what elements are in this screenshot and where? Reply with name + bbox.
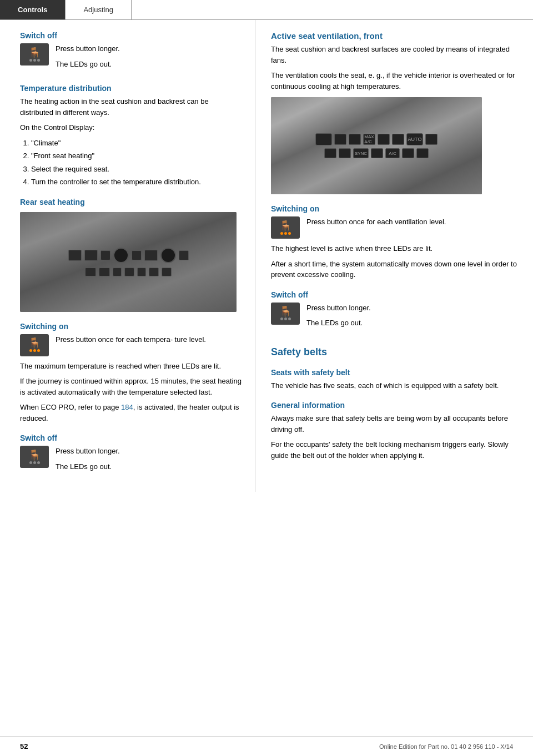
led-1b bbox=[33, 59, 36, 62]
led-dots-3 bbox=[29, 461, 40, 464]
switch-off-right-p2: The LEDs go out. bbox=[306, 317, 520, 329]
seat-symbol-2: 🪑 bbox=[28, 338, 41, 348]
list-item-4: Turn the controller to set the temperatu… bbox=[31, 177, 242, 188]
led-2b bbox=[33, 349, 36, 352]
seats-with-belt-heading: Seats with safety belt bbox=[271, 368, 520, 377]
left-column: Switch off 🪑 Press button longer. The LE… bbox=[0, 20, 255, 492]
switching-on-p1-right: Press button once for each ventilation l… bbox=[306, 216, 520, 228]
seat-vent-icon-2: 🪑 bbox=[271, 303, 300, 325]
led-4c bbox=[288, 232, 291, 235]
switching-on-p1-left: Press button once for each tempera- ture… bbox=[56, 334, 242, 345]
switching-on-heading-right: Switching on bbox=[271, 204, 520, 213]
seat-heat-icon-1: 🪑 bbox=[20, 43, 49, 65]
switching-on-row-right: 🪑 Press button once for each ventilation… bbox=[271, 216, 520, 239]
led-dots-4 bbox=[280, 232, 291, 235]
tab-adjusting[interactable]: Adjusting bbox=[66, 0, 131, 19]
switch-off2-p2: The LEDs go out. bbox=[56, 461, 242, 472]
temp-dist-heading: Temperature distribution bbox=[20, 84, 242, 93]
led-5a bbox=[280, 317, 283, 320]
seat-symbol-4: 🪑 bbox=[279, 221, 291, 231]
switching-on-content-left: Press button once for each tempera- ture… bbox=[56, 334, 242, 350]
switch-off-p2: The LEDs go out. bbox=[56, 59, 242, 70]
switch-off-content-1: Press button longer. The LEDs go out. bbox=[56, 43, 242, 74]
led-2a bbox=[29, 349, 32, 352]
tab-adjusting-label: Adjusting bbox=[83, 6, 113, 14]
switch-off-row-right: 🪑 Press button longer. The LEDs go out. bbox=[271, 303, 520, 333]
switching-on-p2-left: The maximum temperature is reached when … bbox=[20, 361, 242, 372]
seat-symbol-3: 🪑 bbox=[28, 450, 41, 460]
led-dots-2 bbox=[29, 349, 40, 352]
general-info-p2: For the occupants' safety the belt locki… bbox=[271, 439, 520, 461]
active-vent-image: MAXA/C AUTO SYNC A/C bbox=[271, 97, 482, 194]
led-1a bbox=[29, 59, 32, 62]
page-link-184[interactable]: 184 bbox=[121, 403, 133, 411]
general-info-p1: Always make sure that safety belts are b… bbox=[271, 413, 520, 435]
tab-controls[interactable]: Controls bbox=[0, 0, 66, 19]
edition-text: Online Edition for Part no. 01 40 2 956 … bbox=[379, 743, 513, 750]
led-dots-1 bbox=[29, 59, 40, 62]
active-vent-p2: The ventilation cools the seat, e. g., i… bbox=[271, 70, 520, 92]
led-dots-5 bbox=[280, 317, 291, 320]
switching-on-content-right: Press button once for each ventilation l… bbox=[306, 216, 520, 232]
list-item-2: "Front seat heating" bbox=[31, 150, 242, 162]
switching-on-p4-left: When ECO PRO, refer to page 184, is acti… bbox=[20, 402, 242, 424]
active-vent-heading: Active seat ventilation, front bbox=[271, 31, 520, 41]
list-item-1: "Climate" bbox=[31, 138, 242, 149]
seats-with-belt-p: The vehicle has five seats, each of whic… bbox=[271, 380, 520, 391]
footer: 52 Online Edition for Part no. 01 40 2 9… bbox=[0, 736, 533, 756]
switching-on-p3-right: After a short time, the system automatic… bbox=[271, 259, 520, 280]
led-5c bbox=[288, 317, 291, 320]
led-1c bbox=[37, 59, 40, 62]
main-content: Switch off 🪑 Press button longer. The LE… bbox=[0, 20, 533, 492]
switch-off-row-1: 🪑 Press button longer. The LEDs go out. bbox=[20, 43, 242, 74]
general-info-heading: General information bbox=[271, 401, 520, 410]
led-4b bbox=[284, 232, 287, 235]
switch-off-content-2: Press button longer. The LEDs go out. bbox=[56, 446, 242, 476]
temp-dist-list: "Climate" "Front seat heating" Select th… bbox=[31, 138, 242, 188]
switch-off-right-p1: Press button longer. bbox=[306, 303, 520, 314]
seat-vent-icon-1: 🪑 bbox=[271, 216, 300, 239]
switch-off-content-right: Press button longer. The LEDs go out. bbox=[306, 303, 520, 333]
switching-on-row-left: 🪑 Press button once for each tempera- tu… bbox=[20, 334, 242, 356]
led-2c bbox=[37, 349, 40, 352]
seat-symbol-5: 🪑 bbox=[279, 306, 291, 316]
led-5b bbox=[284, 317, 287, 320]
led-3a bbox=[29, 461, 32, 464]
switch-off-heading-1: Switch off bbox=[20, 31, 242, 40]
right-column: Active seat ventilation, front The seat … bbox=[255, 20, 533, 492]
led-4a bbox=[280, 232, 283, 235]
temp-dist-p2: On the Control Display: bbox=[20, 122, 242, 133]
active-vent-p1: The seat cushion and backrest surfaces a… bbox=[271, 44, 520, 65]
switching-on-p3-left: If the journey is continued within appro… bbox=[20, 376, 242, 397]
page-number: 52 bbox=[20, 742, 28, 750]
safety-belts-heading: Safety belts bbox=[271, 346, 520, 358]
list-item-3: Select the required seat. bbox=[31, 164, 242, 175]
seat-symbol-1: 🪑 bbox=[28, 48, 41, 58]
switching-on-heading-left: Switching on bbox=[20, 322, 242, 331]
rear-seat-heading: Rear seat heating bbox=[20, 198, 242, 206]
switch-off-p1: Press button longer. bbox=[56, 43, 242, 54]
switching-on-p2-right: The highest level is active when three L… bbox=[271, 243, 520, 254]
led-3b bbox=[33, 461, 36, 464]
led-3c bbox=[37, 461, 40, 464]
seat-heat-icon-2: 🪑 bbox=[20, 334, 49, 356]
tab-controls-label: Controls bbox=[18, 6, 47, 14]
temp-dist-p1: The heating action in the seat cushion a… bbox=[20, 96, 242, 118]
rear-seat-image bbox=[20, 212, 237, 312]
switch-off-row-2: 🪑 Press button longer. The LEDs go out. bbox=[20, 446, 242, 476]
seat-heat-icon-3: 🪑 bbox=[20, 446, 49, 468]
switch-off-heading-2: Switch off bbox=[20, 434, 242, 442]
switch-off-heading-right: Switch off bbox=[271, 290, 520, 299]
switch-off2-p1: Press button longer. bbox=[56, 446, 242, 457]
top-navigation: Controls Adjusting bbox=[0, 0, 533, 20]
